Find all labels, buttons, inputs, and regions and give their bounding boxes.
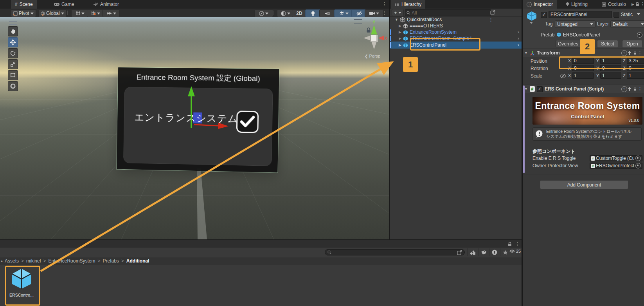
gizmo-x-axis-cone[interactable] (378, 36, 384, 40)
hand-tool-button[interactable] (8, 26, 18, 36)
object-picker-icon[interactable] (635, 156, 641, 161)
foldout-open-icon[interactable]: ▼ (395, 18, 398, 22)
gizmo-cube[interactable] (371, 35, 378, 42)
layer-dropdown[interactable]: Default (610, 20, 644, 28)
breadcrumb-prefabs[interactable]: Prefabs (103, 258, 119, 264)
picker-window-icon[interactable] (457, 250, 462, 255)
overlay-drag-handle-icon[interactable] (354, 19, 362, 24)
search-by-label-button[interactable] (478, 248, 489, 256)
scale-x-field[interactable] (572, 72, 594, 79)
tab-occlusion[interactable]: Occlusio (598, 0, 630, 9)
transform-header[interactable]: ▼ Transform ? ⋮ (523, 49, 644, 57)
tab-animator[interactable]: Animator (89, 0, 123, 9)
owner-protector-view-field[interactable]: # ERSOwnerProtectorV (590, 163, 642, 169)
object-picker-icon[interactable] (635, 163, 641, 168)
snap-increment-button[interactable] (103, 9, 120, 17)
palette-handle-icon[interactable] (9, 21, 17, 25)
hierarchy-row-sample4[interactable]: ▶ ERSEntranceRoom_Sample4 › (390, 35, 522, 42)
lighting-toggle-button[interactable] (305, 9, 321, 17)
rotation-z-field[interactable] (627, 65, 644, 71)
gizmo-left-cone[interactable] (363, 36, 370, 40)
breadcrumb-entranceroomsystem[interactable]: EntranceRoomSystem (48, 258, 95, 264)
overrides-dropdown[interactable]: Overrides (556, 40, 593, 47)
hierarchy-row-others[interactable]: ▶ =====OTHERS (390, 23, 522, 29)
scale-y-field[interactable] (600, 72, 621, 79)
help-icon[interactable]: ? (621, 50, 627, 56)
search-by-type-button[interactable] (467, 248, 478, 256)
add-component-button[interactable]: Add Component (540, 180, 628, 189)
grid-visibility-button[interactable] (71, 9, 88, 17)
favorites-button[interactable] (500, 248, 510, 256)
project-search-input[interactable] (333, 250, 455, 255)
picker-window-icon[interactable] (490, 10, 495, 15)
lock-icon[interactable] (508, 242, 512, 246)
position-z-field[interactable] (627, 58, 644, 64)
active-checkbox[interactable]: ✓ (541, 12, 547, 18)
more-tabs-icon[interactable]: ▶ (631, 2, 634, 6)
alert-filter-button[interactable] (489, 248, 500, 256)
audio-mute-button[interactable] (319, 9, 336, 17)
position-y-field[interactable] (600, 58, 621, 64)
inspector-kebab-icon[interactable]: ⋮ (640, 1, 644, 7)
lock-icon[interactable] (635, 2, 639, 7)
foldout-closed-icon[interactable]: ▶ (399, 43, 401, 47)
project-kebab-icon[interactable]: ⋮ (515, 241, 520, 247)
tab-lighting[interactable]: Lighting (562, 0, 592, 9)
asset-tile-erscontrolpanel[interactable]: ERSContro... (6, 268, 37, 302)
constrain-proportions-icon[interactable] (560, 74, 566, 78)
foldout-closed-icon[interactable]: ▶ (399, 36, 401, 40)
prefab-arrow-icon[interactable]: › (518, 29, 519, 35)
gameobject-name-field[interactable] (549, 11, 612, 18)
gameobject-icon-caret[interactable] (530, 22, 533, 24)
prefab-arrow-icon[interactable]: › (518, 42, 519, 48)
tab-game[interactable]: Game (50, 0, 78, 9)
script-header[interactable]: ▼ # ✓ ERS Control Panel (Script) ? ⋮ (523, 85, 644, 93)
static-checkbox[interactable] (613, 12, 619, 18)
effects-button[interactable] (334, 9, 354, 17)
camera-settings-button[interactable] (365, 9, 383, 17)
rect-tool-button[interactable] (8, 70, 18, 80)
grid-snap-button[interactable] (87, 9, 104, 17)
chevron-up-icon[interactable]: ▲ (0, 259, 3, 262)
inspector-scrollbar[interactable] (523, 85, 525, 173)
global-button[interactable]: Global (38, 9, 67, 17)
2d-toggle-button[interactable]: 2D (292, 9, 307, 17)
scale-z-field[interactable] (627, 72, 644, 79)
scene-toolbar-kebab-icon[interactable]: ⋮ (382, 10, 387, 16)
rotation-y-field[interactable] (600, 65, 621, 71)
tab-inspector[interactable]: i Inspector (523, 0, 557, 9)
foldout-open-icon[interactable]: ▼ (524, 87, 528, 91)
rotate-tool-button[interactable] (8, 48, 18, 58)
script-enabled-checkbox[interactable]: ✓ (537, 86, 543, 92)
breadcrumb-mikinel[interactable]: mikinel (26, 258, 41, 264)
component-kebab-icon[interactable]: ⋮ (637, 86, 642, 92)
scene-tab-kebab-icon[interactable]: ⋮ (382, 1, 387, 7)
tag-dropdown[interactable]: Untagged (555, 20, 595, 28)
prefab-arrow-icon[interactable]: › (518, 36, 519, 41)
foldout-closed-icon[interactable]: ▶ (399, 30, 401, 34)
pivot-button[interactable]: Pivot (11, 9, 36, 17)
gizmo-y-axis-cone[interactable] (371, 25, 377, 34)
project-content[interactable]: ERSContro... (0, 264, 522, 306)
ers-world-panel[interactable]: Entrance Room System 設定 (Global) エントランスシ… (117, 67, 279, 172)
transform-tool-button[interactable] (8, 81, 18, 91)
foldout-open-icon[interactable]: ▼ (524, 51, 528, 55)
gizmo-down-cone[interactable] (372, 42, 376, 49)
position-x-field[interactable] (572, 58, 594, 64)
static-caret[interactable] (637, 13, 640, 15)
component-kebab-icon[interactable]: ⋮ (637, 50, 642, 56)
gizmo-mode[interactable]: ❮ Persp (365, 54, 380, 58)
view-options-button[interactable] (254, 9, 273, 17)
enable-ers-toggle-field[interactable]: # CustomToggle (Custo (590, 155, 642, 161)
tab-scene[interactable]: # Scene (11, 0, 37, 9)
foldout-closed-icon[interactable]: ▶ (399, 24, 401, 28)
hierarchy-search-input[interactable] (412, 10, 482, 15)
row-kebab-icon[interactable]: ⋮ (488, 17, 493, 23)
help-icon[interactable]: ? (621, 86, 627, 92)
create-button[interactable]: + (392, 9, 404, 16)
presets-icon[interactable] (629, 87, 635, 91)
scene-viewport[interactable]: y x ❮ Persp Entrance Room System 設定 (Glo… (0, 17, 389, 239)
hierarchy-row-erscontrolpanel[interactable]: ▶ ERSControlPanel › (390, 42, 522, 49)
tab-hierarchy[interactable]: Hierarchy (391, 0, 425, 9)
hierarchy-row-scene[interactable]: ▼ QuickInstallDocs ⋮ (390, 16, 522, 23)
